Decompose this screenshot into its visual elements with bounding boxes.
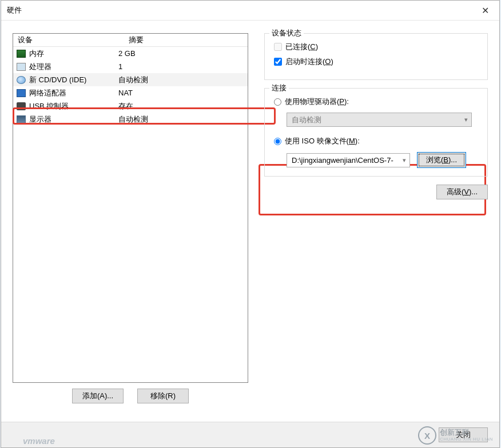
device-summary: NAT bbox=[118, 89, 244, 97]
chevron-down-icon[interactable]: ▾ bbox=[403, 157, 406, 164]
iso-file-label: 使用 ISO 映像文件(M): bbox=[285, 136, 360, 146]
memory-icon bbox=[17, 50, 26, 58]
cpu-icon bbox=[17, 63, 26, 71]
device-status-group: 设备状态 已连接(C) 启动时连接(O) bbox=[264, 33, 488, 80]
connect-on-start-label: 启动时连接(O) bbox=[285, 57, 333, 67]
vmware-logo: vmware bbox=[23, 436, 55, 446]
device-list[interactable]: 设备 摘要 内存 2 GB 处理器 1 新 CD/DVD (IDE) 自动检测 … bbox=[13, 33, 248, 383]
network-icon bbox=[17, 89, 26, 97]
window-title: 硬件 bbox=[6, 5, 475, 15]
chevron-down-icon: ▾ bbox=[464, 116, 468, 123]
list-item-network[interactable]: 网络适配器 NAT bbox=[13, 86, 248, 99]
device-name: USB 控制器 bbox=[29, 101, 69, 111]
combo-value: D:\jingxiangwenjian\CentOS-7- bbox=[292, 156, 393, 165]
physical-drive-input[interactable] bbox=[274, 98, 281, 106]
hardware-dialog: 硬件 ✕ 设备 摘要 内存 2 GB 处理器 1 bbox=[1, 0, 500, 448]
device-panel: 设备 摘要 内存 2 GB 处理器 1 新 CD/DVD (IDE) 自动检测 … bbox=[13, 33, 248, 421]
browse-button[interactable]: 浏览(B)... bbox=[417, 152, 466, 168]
device-name: 新 CD/DVD (IDE) bbox=[29, 75, 86, 85]
list-header: 设备 摘要 bbox=[13, 34, 248, 47]
list-item-display[interactable]: 显示器 自动检测 bbox=[13, 113, 248, 126]
iso-path-combo[interactable]: D:\jingxiangwenjian\CentOS-7- ▾ bbox=[287, 153, 410, 167]
col-summary[interactable]: 摘要 bbox=[124, 34, 248, 46]
device-summary: 1 bbox=[118, 62, 244, 71]
connected-checkbox[interactable]: 已连接(C) bbox=[274, 42, 479, 52]
group-legend: 设备状态 bbox=[269, 28, 304, 38]
physical-drive-radio[interactable]: 使用物理驱动器(P): bbox=[274, 97, 479, 107]
connect-on-start-check[interactable] bbox=[274, 58, 282, 66]
settings-panel: 设备状态 已连接(C) 启动时连接(O) 连接 使用物理驱动器(P): 自动检测 bbox=[248, 33, 488, 421]
watermark-text: 创新互联 CHUANG XIN HU LIAN bbox=[440, 429, 493, 442]
device-name: 处理器 bbox=[29, 62, 51, 72]
device-summary: 存在 bbox=[118, 101, 244, 111]
display-icon bbox=[17, 115, 26, 123]
physical-drive-label: 使用物理驱动器(P): bbox=[285, 97, 349, 107]
remove-button[interactable]: 移除(R) bbox=[137, 389, 189, 403]
device-summary: 2 GB bbox=[118, 49, 244, 58]
list-item-cddvd[interactable]: 新 CD/DVD (IDE) 自动检测 bbox=[13, 73, 248, 86]
connected-label: 已连接(C) bbox=[285, 42, 318, 52]
list-item-memory[interactable]: 内存 2 GB bbox=[13, 47, 248, 60]
physical-drive-combo: 自动检测 ▾ bbox=[287, 113, 472, 127]
connection-group: 连接 使用物理驱动器(P): 自动检测 ▾ 使用 ISO 映像文件(M): D:… bbox=[264, 88, 488, 177]
iso-row: D:\jingxiangwenjian\CentOS-7- ▾ 浏览(B)... bbox=[287, 152, 479, 168]
connect-on-start-checkbox[interactable]: 启动时连接(O) bbox=[274, 57, 479, 67]
titlebar: 硬件 ✕ bbox=[1, 1, 499, 21]
group-legend: 连接 bbox=[269, 83, 289, 93]
watermark: X 创新互联 CHUANG XIN HU LIAN bbox=[418, 426, 493, 445]
usb-icon bbox=[17, 102, 26, 110]
device-summary: 自动检测 bbox=[118, 75, 244, 85]
device-buttons: 添加(A)... 移除(R) bbox=[13, 389, 248, 403]
col-device[interactable]: 设备 bbox=[13, 34, 124, 46]
list-item-cpu[interactable]: 处理器 1 bbox=[13, 60, 248, 73]
iso-file-radio[interactable]: 使用 ISO 映像文件(M): bbox=[274, 136, 479, 146]
device-summary: 自动检测 bbox=[118, 114, 244, 125]
iso-file-input[interactable] bbox=[274, 138, 281, 145]
combo-value: 自动检测 bbox=[292, 115, 321, 125]
close-icon[interactable]: ✕ bbox=[475, 5, 495, 16]
advanced-row: 高级(V)... bbox=[264, 185, 488, 199]
device-name: 网络适配器 bbox=[29, 88, 66, 98]
device-name: 内存 bbox=[29, 49, 44, 59]
device-name: 显示器 bbox=[29, 114, 51, 125]
connected-check bbox=[274, 43, 282, 51]
add-button[interactable]: 添加(A)... bbox=[72, 389, 124, 403]
list-item-usb[interactable]: USB 控制器 存在 bbox=[13, 99, 248, 113]
watermark-icon: X bbox=[418, 426, 436, 445]
advanced-button[interactable]: 高级(V)... bbox=[436, 185, 488, 199]
cd-icon bbox=[17, 76, 26, 84]
dialog-body: 设备 摘要 内存 2 GB 处理器 1 新 CD/DVD (IDE) 自动检测 … bbox=[1, 21, 499, 421]
